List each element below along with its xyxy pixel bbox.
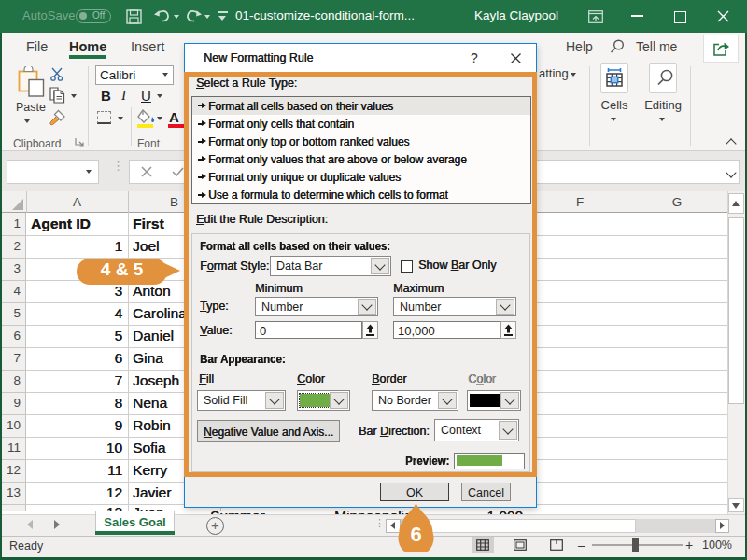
svg-text:6: 6 — [410, 523, 421, 546]
